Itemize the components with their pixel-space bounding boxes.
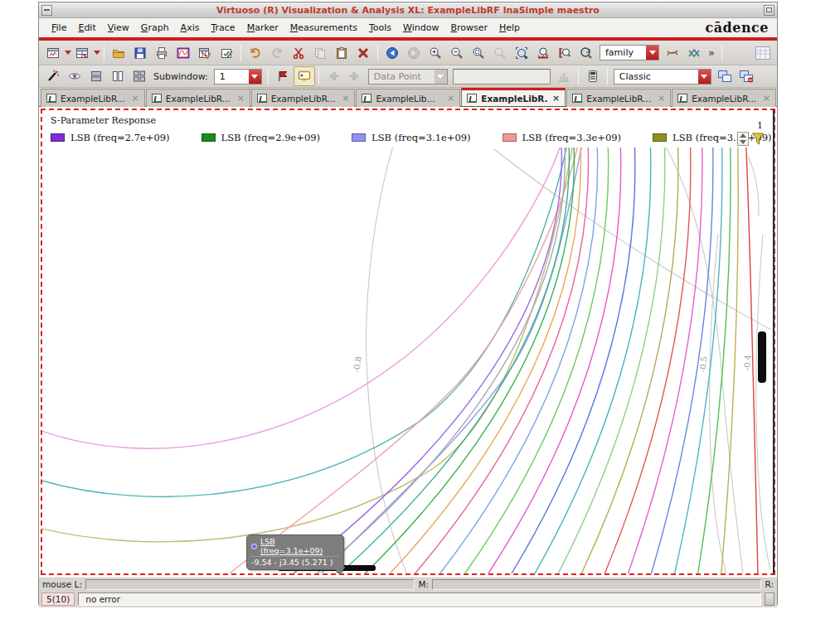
zoom-reset-button[interactable]: [575, 43, 597, 63]
menu-browser[interactable]: Browser: [444, 20, 493, 36]
table-grid-icon: [755, 46, 771, 60]
edit-form-icon: [220, 46, 233, 60]
next-point-button[interactable]: [344, 66, 366, 86]
print-button[interactable]: [151, 43, 172, 63]
tab-close-icon[interactable]: ×: [552, 94, 560, 103]
tab-close-icon[interactable]: ×: [342, 94, 349, 103]
zoom-in-button[interactable]: [425, 43, 446, 63]
datapoint-combobox-value: Data Point: [369, 71, 435, 82]
waveform-window-button[interactable]: [172, 43, 194, 63]
tab-7[interactable]: ExampleLibR...×: [672, 89, 776, 107]
legend-item[interactable]: LSB (freq=3.1e+09): [352, 132, 471, 143]
new-subwindow-dropdown[interactable]: [93, 43, 100, 63]
legend-item[interactable]: LSB (freq=2.9e+09): [202, 132, 321, 143]
datatip-readout: LSB (freq=3.1e+09) -9.54 - j3.45 (5.271 …: [246, 534, 344, 570]
zoom-box-button[interactable]: [468, 43, 489, 63]
cut-button[interactable]: [288, 43, 309, 63]
new-window-button[interactable]: [42, 43, 64, 63]
trace-style-button[interactable]: [662, 43, 683, 63]
curves-svg[interactable]: -0.8-0.5-0.4: [42, 147, 770, 573]
tab-3[interactable]: ExampleLibR...×: [251, 89, 356, 107]
point-value-input[interactable]: [453, 69, 551, 85]
subwindow-combobox-arrow[interactable]: [249, 70, 261, 84]
paste-button[interactable]: [331, 43, 352, 63]
tab-1[interactable]: ExampleLibR...×: [41, 89, 145, 107]
menu-trace[interactable]: Trace: [205, 20, 240, 36]
magic-wand-icon: [46, 70, 60, 83]
trace-symbol-button[interactable]: [683, 43, 705, 63]
legend-item[interactable]: LSB (freq=3.3e+09): [503, 132, 622, 143]
strip-spinner-icon[interactable]: [737, 132, 749, 146]
tab-5-active[interactable]: ExampleLibR...×: [461, 88, 566, 106]
filter-funnel-icon[interactable]: [751, 132, 765, 146]
zoom-out-button[interactable]: [446, 43, 468, 63]
redo-icon: [270, 46, 284, 60]
graph-properties-button[interactable]: [194, 43, 216, 63]
style-combobox[interactable]: Classic: [614, 69, 711, 85]
window-layout-button[interactable]: [129, 66, 150, 86]
tab-close-icon[interactable]: ×: [236, 94, 244, 103]
histogram-button[interactable]: [553, 66, 575, 86]
split-vertical-button[interactable]: [107, 66, 129, 86]
menu-view[interactable]: View: [102, 20, 135, 36]
datatip-value: -9.54 - j3.45 (5.271 ): [251, 557, 339, 567]
menu-file[interactable]: File: [46, 20, 72, 36]
style-combobox-arrow[interactable]: [698, 70, 711, 84]
undo-button[interactable]: [245, 43, 266, 63]
delete-button[interactable]: [352, 43, 374, 63]
datapoint-combobox-arrow[interactable]: [435, 70, 447, 84]
tab-4[interactable]: ExampleLib...×: [356, 89, 460, 107]
plot-area[interactable]: -0.8-0.5-0.4 S-Parameter Response LSB (f…: [42, 110, 771, 573]
tab-close-icon[interactable]: ×: [447, 94, 454, 103]
wizard-button[interactable]: [42, 66, 64, 86]
family-combobox[interactable]: family: [600, 45, 659, 60]
tab-bar: ExampleLibR...× ExampleLibR...× ExampleL…: [39, 88, 777, 107]
open-button[interactable]: [108, 43, 129, 63]
datapoint-combobox[interactable]: Data Point: [368, 69, 448, 85]
copy-icon: [313, 46, 327, 60]
new-window-dropdown[interactable]: [64, 43, 71, 63]
previous-view-button[interactable]: [381, 43, 403, 63]
delete-window-button[interactable]: [736, 66, 757, 86]
flag-marker-button[interactable]: [272, 66, 294, 86]
tab-close-icon[interactable]: ×: [658, 94, 665, 103]
trace-style-icon: [666, 46, 679, 60]
save-button[interactable]: [129, 43, 151, 63]
tab-2[interactable]: ExampleLibR...×: [146, 89, 250, 107]
menu-graph[interactable]: Graph: [135, 20, 175, 36]
new-subwindow-button[interactable]: [71, 43, 93, 63]
menu-edit[interactable]: Edit: [72, 20, 101, 36]
vertical-scroll-thumb[interactable]: [758, 331, 766, 383]
error-counter-badge[interactable]: 5(10): [41, 592, 75, 606]
subwindow-combobox[interactable]: 1: [214, 69, 262, 85]
menu-window[interactable]: Window: [397, 20, 444, 36]
copy-button[interactable]: [309, 43, 331, 63]
menu-help[interactable]: Help: [493, 20, 526, 36]
family-combobox-arrow[interactable]: [646, 46, 658, 60]
legend-item[interactable]: LSB (freq=2.7e+09): [51, 132, 170, 143]
zoom-previous-button[interactable]: [489, 43, 511, 63]
next-view-button[interactable]: [403, 43, 425, 63]
menu-measurements[interactable]: Measurements: [284, 20, 363, 36]
datatip-toggle-button[interactable]: [294, 66, 315, 86]
menu-tools[interactable]: Tools: [363, 20, 397, 36]
calculator-button[interactable]: [582, 66, 604, 86]
redo-button[interactable]: [266, 43, 288, 63]
tab-close-icon[interactable]: ×: [132, 94, 139, 103]
menu-marker[interactable]: Marker: [241, 20, 284, 36]
toolbar-overflow-button[interactable]: »: [705, 46, 718, 59]
edit-form-button[interactable]: [216, 43, 237, 63]
probe-button[interactable]: [64, 66, 85, 86]
previous-point-button[interactable]: [323, 66, 344, 86]
swap-windows-button[interactable]: [714, 66, 736, 86]
zoom-fit-button[interactable]: [511, 43, 532, 63]
subwindow-toolbar: Subwindow: 1 Data Point: [39, 65, 777, 88]
tab-close-icon[interactable]: ×: [763, 94, 770, 103]
zoom-y-button[interactable]: [554, 43, 575, 63]
split-horizontal-button[interactable]: [85, 66, 107, 86]
previous-view-icon: [386, 46, 399, 60]
zoom-x-button[interactable]: [532, 43, 554, 63]
table-view-button[interactable]: [752, 43, 774, 63]
tab-6[interactable]: ExampleLibR...×: [566, 89, 671, 107]
menu-axis[interactable]: Axis: [175, 20, 206, 36]
